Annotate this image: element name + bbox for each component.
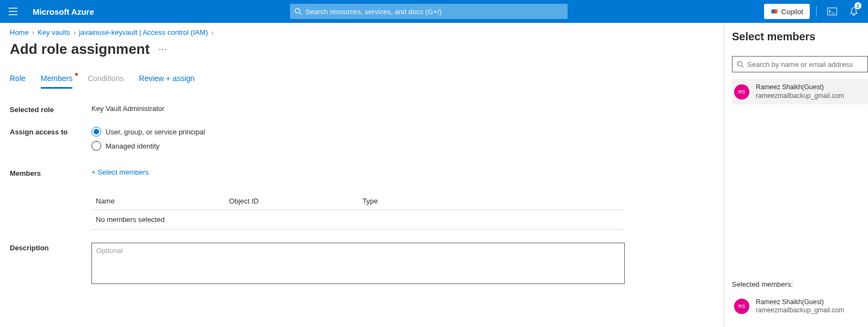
breadcrumb-keyvaults[interactable]: Key vaults [38, 28, 70, 36]
main: Home › Key vaults › javainuse-keyvault |… [0, 23, 724, 327]
search-icon [294, 8, 302, 15]
chevron-right-icon: › [32, 28, 34, 36]
notifications-button[interactable]: 2 [845, 0, 863, 23]
hamburger-icon [9, 8, 17, 15]
tab-members[interactable]: Members [41, 74, 72, 89]
selected-members-label: Selected members: [732, 280, 868, 288]
cloud-shell-button[interactable] [823, 0, 841, 23]
select-members-panel: Select members RS Rameez Shaikh(Guest) r… [724, 23, 868, 327]
global-search-input[interactable] [305, 8, 563, 16]
notification-badge: 2 [854, 2, 861, 9]
panel-search-input[interactable] [747, 60, 863, 69]
svg-rect-3 [827, 8, 836, 15]
member-email: rameezmailbackup_gmail.com [756, 92, 844, 101]
brand: Microsoft Azure [26, 7, 94, 16]
tabs: Role Members Conditions Review + assign [10, 74, 714, 89]
svg-point-0 [295, 8, 300, 13]
radio-managed-identity[interactable]: Managed identity [91, 141, 714, 151]
search-wrap [290, 4, 568, 19]
col-objectid: Object ID [229, 197, 362, 205]
table-header: Name Object ID Type [91, 193, 625, 210]
breadcrumb-home[interactable]: Home [10, 28, 29, 36]
tab-conditions: Conditions [88, 74, 124, 89]
row-assign-access: Assign access to User, group, or service… [10, 127, 714, 155]
member-info: Rameez Shaikh(Guest) rameezmailbackup_gm… [756, 83, 844, 100]
selected-role-value: Key Vault Administrator [91, 104, 714, 114]
col-name: Name [96, 197, 229, 205]
row-members: Members + Select members Name Object ID … [10, 168, 714, 230]
chevron-right-icon: › [211, 28, 213, 36]
description-input[interactable] [91, 243, 625, 284]
plus-icon: + [91, 168, 96, 176]
members-label: Members [10, 168, 91, 230]
tab-review[interactable]: Review + assign [139, 74, 194, 89]
copilot-icon [771, 8, 778, 15]
search-result-item[interactable]: RS Rameez Shaikh(Guest) rameezmailbackup… [732, 79, 868, 104]
panel-search[interactable] [732, 56, 868, 72]
member-name: Rameez Shaikh(Guest) [756, 298, 844, 307]
tab-role[interactable]: Role [10, 74, 26, 89]
page-title: Add role assignment [10, 41, 150, 58]
page-title-row: Add role assignment ⋯ [10, 41, 714, 58]
topbar-right: Copilot 2 [764, 0, 868, 23]
hamburger-menu[interactable] [0, 0, 26, 23]
svg-point-4 [737, 61, 742, 66]
chevron-right-icon: › [73, 28, 76, 36]
cloud-shell-icon [827, 8, 837, 15]
divider [816, 6, 817, 17]
search-icon [737, 61, 744, 68]
table-body: No members selected [91, 210, 625, 230]
select-members-link[interactable]: + Select members [91, 168, 149, 176]
avatar: RS [734, 299, 749, 314]
radio-user-group[interactable]: User, group, or service principal [91, 127, 714, 137]
panel-spacer [732, 104, 868, 275]
breadcrumb-iam[interactable]: javainuse-keyvault | Access control (IAM… [79, 28, 208, 36]
tab-indicator-dot [75, 73, 78, 76]
svg-point-2 [773, 9, 778, 14]
selected-member-item[interactable]: RS Rameez Shaikh(Guest) rameezmailbackup… [732, 294, 868, 319]
table-empty: No members selected [91, 210, 625, 230]
panel-title: Select members [732, 30, 868, 43]
global-search[interactable] [290, 4, 568, 19]
breadcrumb: Home › Key vaults › javainuse-keyvault |… [10, 28, 714, 36]
content: Home › Key vaults › javainuse-keyvault |… [0, 23, 868, 327]
member-info: Rameez Shaikh(Guest) rameezmailbackup_gm… [756, 298, 844, 315]
col-type: Type [362, 197, 620, 205]
row-description: Description [10, 243, 714, 286]
more-actions[interactable]: ⋯ [158, 44, 167, 54]
members-table: Name Object ID Type No members selected [91, 193, 625, 230]
topbar: Microsoft Azure Copilot 2 [0, 0, 868, 23]
selected-role-label: Selected role [10, 104, 91, 114]
description-label: Description [10, 243, 91, 286]
copilot-button[interactable]: Copilot [764, 4, 810, 19]
member-email: rameezmailbackup_gmail.com [756, 306, 844, 315]
avatar: RS [734, 84, 749, 100]
radio-icon [91, 127, 101, 137]
member-name: Rameez Shaikh(Guest) [756, 83, 844, 92]
assign-access-label: Assign access to [10, 127, 91, 155]
row-selected-role: Selected role Key Vault Administrator [10, 104, 714, 114]
radio-icon [91, 141, 101, 151]
